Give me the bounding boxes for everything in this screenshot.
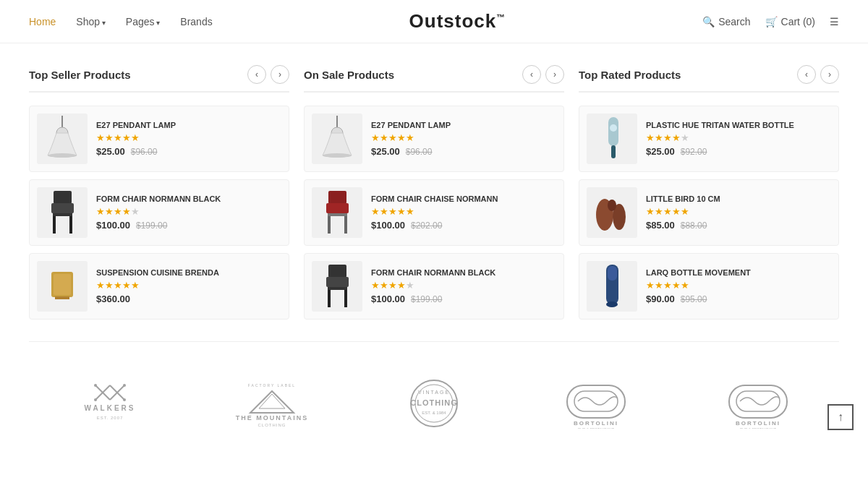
svg-text:FACTORY LABEL: FACTORY LABEL (248, 383, 296, 388)
product-info: Form Chair Normann Black ★★★★★ $100.00 $… (96, 194, 281, 231)
top-seller-next[interactable]: › (271, 65, 289, 84)
price-current: $100.00 (371, 220, 405, 231)
on-sale-header: On Sale Products ‹ › (304, 65, 564, 93)
top-rated-header: Top Rated Products ‹ › (579, 65, 839, 93)
top-seller-prev[interactable]: ‹ (247, 65, 266, 84)
svg-point-13 (323, 153, 352, 158)
svg-text:CLOTHING: CLOTHING (258, 423, 286, 427)
svg-rect-20 (326, 277, 349, 287)
svg-rect-17 (344, 213, 347, 234)
price-original: $96.00 (406, 147, 433, 157)
brand-vintage: VINTAGE CLOTHING EST. & 1984 (376, 378, 492, 429)
on-sale-next[interactable]: › (545, 65, 564, 84)
brand-bortolini-1: BORTOLINI PUB & RESTAURANT (538, 378, 654, 429)
product-info: E27 PENDANT LAMP ★★★★★ $25.00 $96.00 (371, 121, 556, 157)
product-info: Little Bird 10 cm ★★★★★ $85.00 $88.00 (646, 194, 831, 231)
price-original: $199.00 (411, 294, 442, 304)
price-row: $100.00 $199.00 (371, 294, 556, 304)
svg-rect-19 (328, 265, 346, 278)
list-item[interactable]: Plastic Hue Tritan Water Bottle ★★★★★ $2… (579, 106, 839, 172)
product-info: Suspension Cuisine Brenda ★★★★★ $360.00 (96, 268, 281, 304)
list-item[interactable]: Form Chair Normann Black ★★★★★ $100.00 $… (29, 179, 289, 246)
product-image (37, 187, 88, 238)
svg-text:EST. 2007: EST. 2007 (97, 416, 124, 420)
cart-button[interactable]: 🛒 Cart (0) (765, 16, 815, 27)
list-item[interactable]: Form Chair Normann Black ★★★★★ $100.00 $… (304, 253, 564, 320)
menu-button[interactable]: ☰ (830, 16, 839, 27)
product-stars: ★★★★★ (646, 132, 831, 143)
product-image (312, 261, 362, 312)
price-original: $88.00 (681, 221, 707, 231)
price-current: $85.00 (646, 220, 675, 231)
top-rated-next[interactable]: › (820, 65, 839, 84)
top-seller-list: E27 PENDANT LAMP ★★★★★ $25.00 $96.00 (29, 106, 289, 320)
price-current: $25.00 (96, 146, 125, 157)
svg-text:EST. & 1984: EST. & 1984 (422, 411, 446, 415)
on-sale-list: E27 PENDANT LAMP ★★★★★ $25.00 $96.00 (304, 106, 564, 320)
top-seller-section: Top Seller Products ‹ › (29, 65, 297, 320)
search-icon: 🔍 (702, 16, 715, 27)
product-info: E27 PENDANT LAMP ★★★★★ $25.00 $96.00 (96, 121, 281, 157)
brand-mountains: FACTORY LABEL THE MOUNTAINS CLOTHING (214, 378, 330, 429)
svg-rect-6 (69, 213, 72, 234)
svg-text:BORTOLINI: BORTOLINI (736, 420, 780, 427)
price-original: $199.00 (136, 221, 167, 231)
svg-text:VINTAGE: VINTAGE (418, 390, 450, 395)
top-rated-prev[interactable]: ‹ (797, 65, 816, 84)
svg-rect-10 (55, 296, 69, 299)
product-name: Little Bird 10 cm (646, 194, 831, 203)
product-image (587, 261, 637, 312)
list-item[interactable]: Form Chair chaise Normann ★★★★★ $100.00 … (304, 179, 564, 246)
list-item[interactable]: Little Bird 10 cm ★★★★★ $85.00 $88.00 (579, 179, 839, 246)
top-rated-list: Plastic Hue Tritan Water Bottle ★★★★★ $2… (579, 106, 839, 320)
product-info: Form Chair chaise Normann ★★★★★ $100.00 … (371, 194, 556, 231)
price-row: $90.00 $95.00 (646, 294, 831, 304)
list-item[interactable]: Suspension Cuisine Brenda ★★★★★ $360.00 (29, 253, 289, 320)
product-image (587, 187, 637, 238)
brand-walkers: WALKERS EST. 2007 (52, 378, 168, 429)
svg-rect-31 (608, 266, 617, 281)
top-rated-title: Top Rated Products (579, 69, 681, 81)
nav-pages[interactable]: Pages (126, 16, 160, 27)
price-original: $95.00 (681, 294, 707, 304)
svg-rect-57 (729, 385, 787, 418)
nav-brands[interactable]: Brands (180, 16, 212, 27)
price-row: $100.00 $202.00 (371, 220, 556, 231)
product-info: Form Chair Normann Black ★★★★★ $100.00 $… (371, 268, 556, 304)
product-name: Plastic Hue Tritan Water Bottle (646, 121, 831, 129)
top-rated-arrows: ‹ › (797, 65, 839, 84)
svg-text:CLOTHING: CLOTHING (410, 398, 457, 407)
scroll-top-button[interactable]: ↑ (827, 404, 854, 430)
price-current: $25.00 (371, 146, 400, 157)
product-name: LARQ Bottle Movement (646, 268, 831, 277)
price-row: $25.00 $92.00 (646, 146, 831, 157)
svg-rect-21 (328, 287, 331, 307)
nav-home[interactable]: Home (29, 16, 56, 27)
product-stars: ★★★★★ (646, 280, 831, 291)
price-row: $25.00 $96.00 (96, 146, 281, 157)
nav-actions: 🔍 Search 🛒 Cart (0) ☰ (702, 16, 839, 27)
price-current: $25.00 (646, 146, 675, 157)
nav-shop[interactable]: Shop (76, 16, 105, 27)
top-seller-header: Top Seller Products ‹ › (29, 65, 289, 93)
top-seller-arrows: ‹ › (247, 65, 289, 84)
svg-text:THE MOUNTAINS: THE MOUNTAINS (236, 414, 308, 421)
price-original: $92.00 (681, 147, 707, 157)
price-row: $85.00 $88.00 (646, 220, 831, 231)
top-rated-section: Top Rated Products ‹ › (571, 65, 839, 320)
search-button[interactable]: 🔍 Search (702, 16, 750, 27)
list-item[interactable]: LARQ Bottle Movement ★★★★★ $90.00 $95.00 (579, 253, 839, 320)
product-stars: ★★★★★ (96, 206, 281, 217)
brands-row: WALKERS EST. 2007 FACTORY LABEL THE MOUN… (29, 364, 839, 450)
list-item[interactable]: E27 PENDANT LAMP ★★★★★ $25.00 $96.00 (29, 106, 289, 172)
list-item[interactable]: E27 PENDANT LAMP ★★★★★ $25.00 $96.00 (304, 106, 564, 172)
top-seller-title: Top Seller Products (29, 69, 131, 81)
product-image (312, 114, 362, 164)
on-sale-prev[interactable]: ‹ (522, 65, 541, 84)
nav-links: Home Shop Pages Brands (29, 16, 213, 27)
svg-rect-25 (611, 145, 616, 158)
svg-point-2 (48, 153, 77, 158)
svg-rect-9 (54, 274, 71, 295)
main-content: Top Seller Products ‹ › (0, 43, 868, 465)
svg-point-37 (94, 384, 97, 387)
